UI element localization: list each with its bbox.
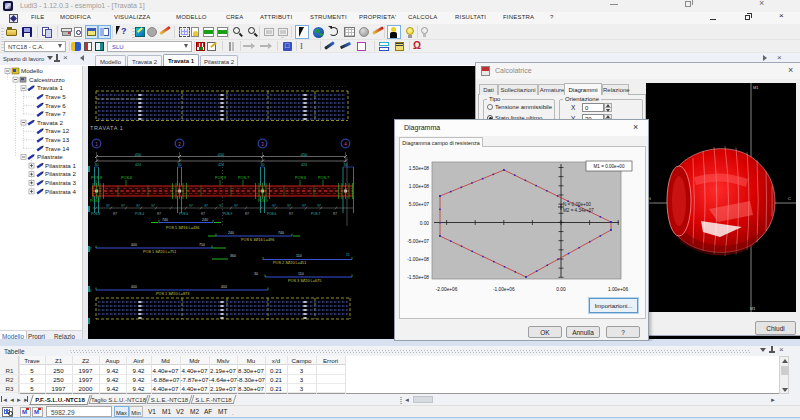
svg-text:Trave 6: Trave 6 — [45, 102, 66, 109]
svg-text:POS.9: POS.9 — [258, 199, 268, 203]
svg-text:POS.4: POS.4 — [135, 212, 145, 216]
svg-text:97: 97 — [136, 204, 140, 208]
svg-text:0.00: 0.00 — [556, 287, 566, 292]
svg-text:M1: M1 — [753, 85, 759, 90]
svg-text:C: C — [788, 196, 791, 201]
svg-text:Travata 2: Travata 2 — [37, 119, 63, 126]
svg-text:3: 3 — [261, 142, 264, 147]
svg-text:30: 30 — [254, 272, 258, 276]
svg-text:R7: R7 — [201, 212, 205, 216]
svg-text:POS 6 3Ø16 L=496: POS 6 3Ø16 L=496 — [241, 238, 274, 242]
svg-text:97: 97 — [151, 204, 155, 208]
svg-text:30: 30 — [178, 163, 182, 167]
svg-text:400: 400 — [221, 285, 227, 289]
svg-text:Modello: Modello — [21, 67, 43, 74]
svg-text:POS.7: POS.7 — [238, 176, 249, 180]
svg-text:R7: R7 — [333, 212, 337, 216]
svg-text:Pilastrata 4: Pilastrata 4 — [45, 188, 77, 195]
svg-text:360: 360 — [230, 254, 236, 258]
svg-text:1.00e+08: 1.00e+08 — [409, 184, 429, 189]
svg-text:97: 97 — [234, 204, 238, 208]
svg-text:POS.6: POS.6 — [295, 176, 306, 180]
svg-text:15: 15 — [346, 253, 350, 257]
svg-text:Pilastrata 3: Pilastrata 3 — [45, 179, 77, 186]
svg-text:M1: M1 — [750, 306, 756, 311]
svg-text:240: 240 — [202, 218, 208, 222]
svg-text:97: 97 — [189, 204, 193, 208]
svg-text:97: 97 — [287, 204, 291, 208]
svg-text:30: 30 — [261, 163, 265, 167]
svg-text:-1.50e+08: -1.50e+08 — [407, 275, 429, 280]
svg-text:POS.9: POS.9 — [223, 212, 233, 216]
svg-text:0.00: 0.00 — [420, 221, 430, 226]
svg-text:R7: R7 — [289, 212, 293, 216]
svg-text:740: 740 — [162, 218, 168, 222]
svg-text:POS.8: POS.8 — [91, 176, 102, 180]
svg-text:-2.00e+06: -2.00e+06 — [436, 287, 458, 292]
svg-text:POS 3 3Ø20 L=675: POS 3 3Ø20 L=675 — [288, 279, 321, 283]
svg-text:-1.00e+08: -1.00e+08 — [407, 257, 429, 262]
svg-text:Calcestruzzo: Calcestruzzo — [29, 76, 65, 83]
svg-text:110: 110 — [296, 254, 302, 258]
svg-text:450: 450 — [135, 153, 141, 157]
svg-text:2: 2 — [178, 142, 181, 147]
svg-text:4: 4 — [344, 142, 347, 147]
svg-text:POS.7: POS.7 — [318, 176, 329, 180]
svg-text:R7: R7 — [113, 212, 117, 216]
svg-text:750: 750 — [199, 243, 205, 247]
svg-text:97: 97 — [106, 204, 110, 208]
svg-text:POS 2 3Ø20 L=451: POS 2 3Ø20 L=451 — [273, 261, 306, 265]
svg-text:POS 1 3Ø20 L=751: POS 1 3Ø20 L=751 — [143, 250, 176, 254]
svg-text:POS.6: POS.6 — [121, 176, 132, 180]
svg-text:Trave 13: Trave 13 — [45, 136, 70, 143]
svg-text:1.50e+08: 1.50e+08 — [409, 166, 429, 171]
svg-text:POS 1 3Ø20 L=873: POS 1 3Ø20 L=873 — [156, 292, 189, 296]
svg-text:TRAVATA 1: TRAVATA 1 — [90, 125, 123, 131]
svg-text:1.00e+06: 1.00e+06 — [608, 287, 628, 292]
svg-text:97: 97 — [121, 204, 125, 208]
svg-text:424: 424 — [301, 163, 307, 167]
svg-text:424: 424 — [135, 163, 141, 167]
svg-text:POS.8: POS.8 — [91, 212, 101, 216]
svg-text:740: 740 — [278, 231, 284, 235]
svg-text:450: 450 — [218, 153, 224, 157]
svg-text:Pilastrata 1: Pilastrata 1 — [45, 162, 77, 169]
svg-text:Travata 1: Travata 1 — [37, 84, 63, 91]
svg-text:-1.00e+06: -1.00e+06 — [493, 287, 515, 292]
svg-text:400: 400 — [131, 285, 137, 289]
svg-text:Pilastrata 2: Pilastrata 2 — [45, 170, 77, 177]
svg-text:Trave 14: Trave 14 — [45, 145, 70, 152]
svg-text:M1 = 0.00e+00: M1 = 0.00e+00 — [594, 164, 625, 169]
svg-text:Trave 12: Trave 12 — [45, 127, 70, 134]
svg-text:R7: R7 — [245, 212, 249, 216]
svg-text:POS.6: POS.6 — [179, 212, 189, 216]
svg-text:97: 97 — [317, 204, 321, 208]
svg-text:Trave 5: Trave 5 — [45, 93, 66, 100]
svg-text:Pilastrate: Pilastrate — [37, 153, 63, 160]
svg-text:R7: R7 — [157, 212, 161, 216]
svg-text:M2 = 4.34e+07: M2 = 4.34e+07 — [563, 208, 594, 213]
svg-text:5.00e+07: 5.00e+07 — [409, 202, 429, 207]
svg-text:97: 97 — [272, 204, 276, 208]
svg-text:POS.7: POS.7 — [311, 212, 321, 216]
svg-text:240: 240 — [228, 231, 234, 235]
svg-text:110: 110 — [298, 272, 304, 276]
svg-text:1: 1 — [95, 142, 98, 147]
svg-text:Trave 7: Trave 7 — [45, 110, 66, 117]
svg-text:400: 400 — [131, 243, 137, 247]
svg-text:97: 97 — [219, 204, 223, 208]
svg-text:97: 97 — [302, 204, 306, 208]
svg-text:450: 450 — [301, 153, 307, 157]
svg-text:POS.9: POS.9 — [215, 176, 226, 180]
svg-text:POS.6: POS.6 — [267, 212, 277, 216]
svg-text:424: 424 — [218, 163, 224, 167]
svg-text:N = 0.00e+00: N = 0.00e+00 — [563, 202, 591, 207]
svg-text:POS 5 3Ø16 L=436: POS 5 3Ø16 L=436 — [166, 226, 199, 230]
svg-text:-5.00e+07: -5.00e+07 — [407, 239, 429, 244]
svg-text:97: 97 — [204, 204, 208, 208]
svg-text:30: 30 — [95, 163, 99, 167]
svg-text:POS.5: POS.5 — [90, 199, 100, 203]
